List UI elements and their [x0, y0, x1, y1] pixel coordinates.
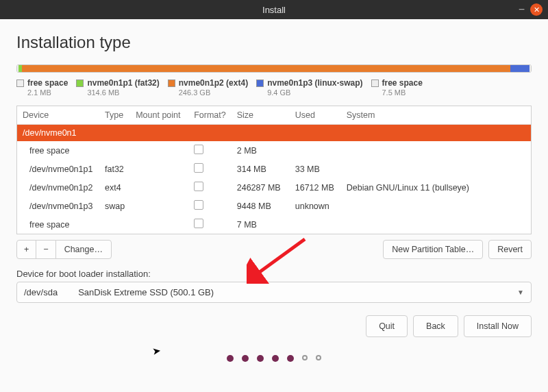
table-row[interactable]: free space2 MB	[17, 141, 531, 160]
window-title: Install	[262, 5, 286, 15]
partition-segment-ext4	[22, 65, 511, 72]
cell-mount	[130, 125, 188, 142]
table-header-row: Device Type Mount point Format? Size Use…	[17, 106, 531, 125]
legend-size: 2.1 MB	[27, 88, 51, 97]
legend-item: nvme0n1p2 (ext4)246.3 GB	[168, 78, 248, 97]
legend-name: free space	[27, 78, 68, 88]
legend-swatch	[256, 79, 264, 87]
cell-mount	[130, 178, 188, 197]
add-partition-button[interactable]: +	[16, 240, 36, 259]
legend-swatch	[16, 79, 24, 87]
progress-dot	[287, 355, 294, 362]
cell-device: /dev/nvme0n1	[17, 125, 99, 142]
table-row[interactable]: /dev/nvme0n1p1fat32314 MB33 MB	[17, 160, 531, 178]
cell-mount	[130, 197, 188, 215]
cell-used	[290, 125, 341, 142]
legend-size: 246.3 GB	[179, 88, 210, 97]
legend-swatch	[168, 79, 175, 87]
revert-button[interactable]: Revert	[488, 240, 532, 259]
cell-used	[290, 215, 341, 234]
cell-size: 2 MB	[232, 141, 290, 160]
progress-dot	[257, 355, 264, 362]
format-checkbox[interactable]	[194, 145, 203, 154]
titlebar: Install − ✕	[0, 0, 548, 19]
cell-type	[99, 125, 130, 142]
change-partition-button[interactable]: Change…	[55, 240, 112, 259]
cell-format	[188, 125, 232, 142]
legend-item: free space2.1 MB	[16, 78, 68, 97]
table-row[interactable]: /dev/nvme0n1p2ext4246287 MB16712 MBDebia…	[17, 178, 531, 197]
cell-device: free space	[17, 215, 99, 234]
back-button[interactable]: Back	[413, 315, 458, 337]
cell-type: swap	[99, 197, 130, 215]
legend-item: nvme0n1p1 (fat32)314.6 MB	[76, 78, 159, 97]
col-mount: Mount point	[130, 106, 188, 125]
quit-button[interactable]: Quit	[366, 315, 408, 337]
col-device: Device	[17, 106, 99, 125]
progress-dots	[16, 355, 532, 362]
col-type: Type	[99, 106, 130, 125]
cell-type: ext4	[99, 178, 130, 197]
format-checkbox[interactable]	[194, 219, 203, 228]
legend-item: nvme0n1p3 (linux-swap)9.4 GB	[256, 78, 362, 97]
format-checkbox[interactable]	[194, 182, 203, 191]
cell-format	[188, 160, 232, 178]
cell-size: 9448 MB	[232, 197, 290, 215]
cell-device: /dev/nvme0n1p1	[17, 160, 99, 178]
col-format: Format?	[188, 106, 232, 125]
legend-item: free space7.5 MB	[371, 78, 423, 97]
partition-segment-free2	[530, 65, 531, 72]
legend-size: 9.4 GB	[267, 88, 290, 97]
legend-swatch	[76, 79, 84, 87]
cell-system	[341, 141, 531, 160]
new-partition-table-button[interactable]: New Partition Table…	[383, 240, 483, 259]
col-system: System	[341, 106, 531, 125]
table-row[interactable]: /dev/nvme0n1	[17, 125, 531, 142]
progress-dot	[227, 355, 234, 362]
table-row[interactable]: free space7 MB	[17, 215, 531, 234]
legend-size: 7.5 MB	[382, 88, 406, 97]
partition-table[interactable]: Device Type Mount point Format? Size Use…	[16, 106, 532, 234]
cell-system: Debian GNU/Linux 11 (bullseye)	[341, 178, 531, 197]
legend-name: free space	[382, 78, 423, 88]
partition-legend: free space2.1 MBnvme0n1p1 (fat32)314.6 M…	[16, 77, 532, 106]
cell-system	[341, 215, 531, 234]
cell-size: 314 MB	[232, 160, 290, 178]
table-row[interactable]: /dev/nvme0n1p3swap9448 MBunknown	[17, 197, 531, 215]
minimize-button[interactable]: −	[519, 3, 525, 16]
install-button[interactable]: Install Now	[464, 315, 532, 337]
cell-device: /dev/nvme0n1p3	[17, 197, 99, 215]
cell-system	[341, 125, 531, 142]
progress-dot	[302, 355, 308, 360]
boot-loader-select[interactable]: /dev/sda SanDisk Extreme SSD (500.1 GB) …	[16, 282, 532, 303]
cursor-icon: ➤	[151, 344, 162, 358]
cell-used: 33 MB	[290, 160, 341, 178]
legend-name: nvme0n1p2 (ext4)	[179, 78, 248, 88]
cell-used: 16712 MB	[290, 178, 341, 197]
cell-format	[188, 141, 232, 160]
format-checkbox[interactable]	[194, 200, 203, 210]
progress-dot	[316, 355, 321, 360]
col-used: Used	[290, 106, 341, 125]
cell-format	[188, 178, 232, 197]
cell-mount	[130, 160, 188, 178]
cell-system	[341, 197, 531, 215]
progress-dot	[272, 355, 279, 362]
boot-loader-label: Device for boot loader installation:	[16, 269, 532, 279]
cell-format	[188, 197, 232, 215]
legend-size: 314.6 MB	[87, 88, 119, 97]
cell-device: /dev/nvme0n1p2	[17, 178, 99, 197]
cell-used: unknown	[290, 197, 341, 215]
close-button[interactable]: ✕	[530, 3, 543, 16]
legend-swatch	[371, 79, 379, 87]
remove-partition-button[interactable]: −	[36, 240, 55, 259]
cell-mount	[130, 141, 188, 160]
cell-format	[188, 215, 232, 234]
format-checkbox[interactable]	[194, 163, 203, 173]
legend-name: nvme0n1p1 (fat32)	[87, 78, 159, 88]
cell-system	[341, 160, 531, 178]
cell-device: free space	[17, 141, 99, 160]
progress-dot	[242, 355, 249, 362]
cell-size: 246287 MB	[232, 178, 290, 197]
cell-used	[290, 141, 341, 160]
